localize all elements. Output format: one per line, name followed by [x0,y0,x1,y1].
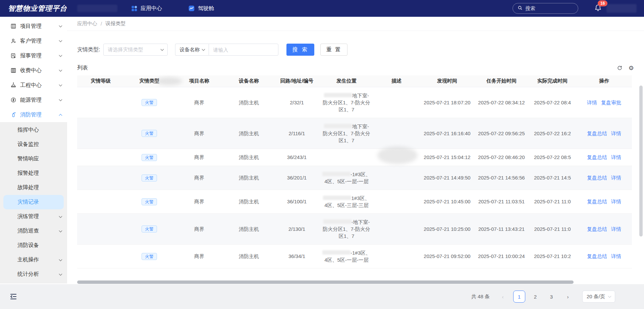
cell-actions: 复盘总结详情 [576,149,632,166]
sidebar-subitem[interactable]: 故障处理 [0,181,67,195]
sidebar-subitem[interactable]: 主机操作 [0,253,67,267]
column-header: 发现时间 [420,75,474,87]
prev-page-button[interactable]: ‹ [497,291,508,302]
action-link[interactable]: 详情 [611,225,621,233]
action-link[interactable]: 详情 [611,198,621,205]
fire-alarm-tag: 火警 [142,130,157,137]
sidebar-item[interactable]: 消防管理 [0,107,67,122]
cell-project: 商界 [174,213,224,244]
cell-location: -地下室-防火分区1、7-防火分区1、7 [320,213,373,244]
refresh-icon[interactable] [617,65,623,71]
action-link[interactable]: 复盘总结 [587,225,607,233]
global-search-input[interactable]: 搜索 [513,3,578,14]
action-link[interactable]: 复盘总结 [587,154,607,161]
sidebar-subitem-label: 报警处理 [17,170,62,177]
table-row: 火警 商界 消防主机 2/32/1 地下室-防火分区1、7-防火分区1、7 20… [77,87,632,118]
pagination-bar: 共 48 条 ‹ 123 › 20 条/页 [67,284,644,309]
disaster-type-select[interactable]: 请选择灾情类型 [103,44,168,56]
next-page-button[interactable]: › [562,291,574,302]
action-link[interactable]: 复盘审批 [601,99,621,106]
sidebar-item-label: 报事管理 [20,52,59,59]
action-link[interactable]: 复盘总结 [587,130,607,137]
sidebar-subitem[interactable]: 指挥中心 [0,123,67,137]
sidebar-item[interactable]: 客户管理 [0,34,67,48]
search-button[interactable]: 搜 索 [286,44,314,56]
cell-type: 火警 [124,213,174,244]
sidebar-subitem[interactable]: 报警处理 [0,166,67,181]
fee-icon [10,67,17,74]
sidebar-subitem[interactable]: 消防巡查 [0,224,67,238]
sidebar-subitem[interactable]: 演练管理 [0,209,67,224]
horizontal-scrollbar[interactable] [77,280,634,284]
cell-finish-time: 2025-07-21 10:2 [529,244,576,268]
chevron-down-icon [608,295,611,298]
sidebar-subitem[interactable]: 设备监控 [0,137,67,152]
cell-description [373,166,420,190]
breadcrumb-item-current: 误报类型 [105,20,125,27]
notification-bell[interactable]: 16 [594,4,602,13]
sidebar-subitem[interactable]: 警情响应 [0,152,67,166]
breadcrumb-item-app-center[interactable]: 应用中心 [77,20,97,27]
vertical-scrollbar[interactable] [639,86,643,237]
search-placeholder: 搜索 [525,5,535,12]
cell-finish-time: 2025-07-21 11:0 [529,190,576,213]
chevron-down-icon [59,68,62,72]
customer-icon [10,38,17,44]
page-number-2[interactable]: 2 [529,291,541,303]
table-row: 火警 商界 消防主机 2/130/1 -地下室-防火分区1、7-防火分区1、7 … [77,213,632,244]
reset-button[interactable]: 重 置 [320,44,347,56]
cell-finish-time: 2025-07-21 14:5 [529,166,576,190]
navbar-menu: 应用中心 驾驶舱 [131,5,214,12]
action-link[interactable]: 详情 [611,174,621,181]
action-link[interactable]: 详情 [611,154,621,161]
cell-level [77,213,124,244]
sidebar-subitem[interactable]: 统计分析 [0,267,67,281]
action-link[interactable]: 复盘总结 [587,174,607,181]
cell-description [373,213,420,244]
cell-circuit: 2/32/1 [274,87,320,118]
action-link[interactable]: 详情 [611,130,621,137]
table-row: 火警 商界 消防主机 36/243/1 2025-07-21 15:04:12 … [77,149,632,166]
breadcrumb-separator: / [101,21,102,27]
page-size-select[interactable]: 20 条/页 [582,291,615,303]
device-name-input[interactable] [209,44,278,56]
chevron-down-icon [59,54,62,57]
cell-level [77,149,124,166]
sidebar-subitem[interactable]: 消防设备 [0,238,67,253]
action-link[interactable]: 详情 [587,99,597,106]
page-number-1[interactable]: 1 [513,291,525,303]
sidebar-subitem-label: 统计分析 [17,271,59,278]
redaction-blur [323,196,351,200]
cell-start-time: 2025-07-11 13:43:21 [474,213,529,244]
gear-icon[interactable]: ⚙ [629,65,634,71]
action-link[interactable]: 复盘总结 [587,253,607,260]
navbar-item-0[interactable]: 应用中心 [131,5,162,12]
cell-device: 消防主机 [224,166,274,190]
sidebar-item[interactable]: 收费中心 [0,63,67,78]
cell-description [373,87,420,118]
device-name-key-select[interactable]: 设备名称 [175,44,209,56]
action-link[interactable]: 复盘总结 [587,198,607,205]
sidebar-item[interactable]: 项目管理 [0,19,67,34]
navbar-item-1[interactable]: 驾驶舱 [188,5,214,12]
sidebar-subitem[interactable]: 灾情记录 [3,195,64,209]
cell-circuit: 36/100/1 [274,190,320,213]
sidebar-item[interactable]: 报事管理 [0,48,67,63]
cell-device: 消防主机 [224,118,274,149]
chevron-down-icon [59,214,62,218]
table-header-row: 灾情等级灾情类型项目名称设备名称回路/地址/编号发生位置描述发现时间任务开始时间… [77,75,632,87]
action-link[interactable]: 详情 [611,253,621,260]
cell-actions: 复盘总结详情 [576,213,632,244]
sidebar-collapse-button[interactable] [9,293,17,300]
sidebar-item[interactable]: 能源管理 [0,93,67,107]
cell-found-time: 2025-07-21 10:25:00 [420,213,474,244]
cell-start-time: 2025-07-21 11:03:51 [474,190,529,213]
cell-actions: 复盘总结详情 [576,118,632,149]
table-row: 火警 商界 消防主机 2/116/1 地下室-防火分区1、7-防火分区1、7 2… [77,118,632,149]
sidebar-item[interactable]: 工程中心 [0,78,67,93]
horizontal-scrollbar-thumb[interactable] [77,280,574,284]
cell-location: 地下室-防火分区1、7-防火分区1、7 [320,87,373,118]
page-number-3[interactable]: 3 [545,291,557,303]
cell-location [320,149,373,166]
cell-description [373,118,420,149]
